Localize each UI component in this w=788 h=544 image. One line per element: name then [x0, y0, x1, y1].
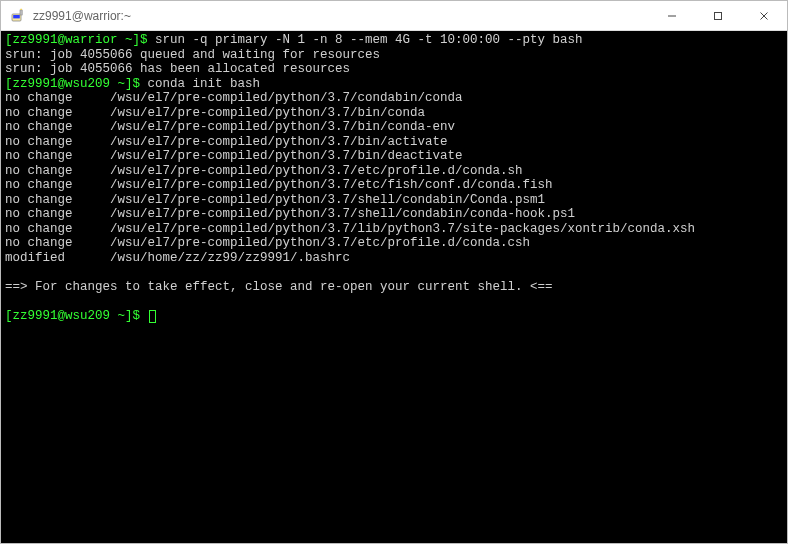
- output-line: no change /wsu/el7/pre-compiled/python/3…: [5, 106, 425, 120]
- close-button[interactable]: [741, 1, 787, 31]
- window-title: zz9991@warrior:~: [33, 9, 131, 23]
- output-line: no change /wsu/el7/pre-compiled/python/3…: [5, 164, 523, 178]
- output-line: no change /wsu/el7/pre-compiled/python/3…: [5, 178, 553, 192]
- svg-rect-5: [715, 12, 722, 19]
- output-line: no change /wsu/el7/pre-compiled/python/3…: [5, 236, 530, 250]
- output-line: srun: job 4055066 queued and waiting for…: [5, 48, 380, 62]
- output-line: no change /wsu/el7/pre-compiled/python/3…: [5, 149, 463, 163]
- output-line: srun: job 4055066 has been allocated res…: [5, 62, 350, 76]
- output-line: ==> For changes to take effect, close an…: [5, 280, 553, 294]
- minimize-button[interactable]: [649, 1, 695, 31]
- cursor: [149, 310, 156, 323]
- output-line: no change /wsu/el7/pre-compiled/python/3…: [5, 135, 448, 149]
- app-window: zz9991@warrior:~ [zz9991@warrior ~]$ sru…: [0, 0, 788, 544]
- prompt-line: [zz9991@warrior ~]$: [5, 33, 155, 47]
- output-line: modified /wsu/home/zz/zz99/zz9991/.bashr…: [5, 251, 350, 265]
- output-line: no change /wsu/el7/pre-compiled/python/3…: [5, 120, 455, 134]
- titlebar[interactable]: zz9991@warrior:~: [1, 1, 787, 31]
- output-line: no change /wsu/el7/pre-compiled/python/3…: [5, 222, 695, 236]
- output-line: no change /wsu/el7/pre-compiled/python/3…: [5, 193, 545, 207]
- prompt-line: [zz9991@wsu209 ~]$: [5, 309, 148, 323]
- output-line: no change /wsu/el7/pre-compiled/python/3…: [5, 207, 575, 221]
- command-text: conda init bash: [148, 77, 261, 91]
- prompt-line: [zz9991@wsu209 ~]$: [5, 77, 148, 91]
- terminal-area[interactable]: [zz9991@warrior ~]$ srun -q primary -N 1…: [1, 31, 787, 543]
- output-line: no change /wsu/el7/pre-compiled/python/3…: [5, 91, 463, 105]
- svg-rect-2: [20, 10, 22, 15]
- command-text: srun -q primary -N 1 -n 8 --mem 4G -t 10…: [155, 33, 583, 47]
- putty-icon: [9, 7, 27, 25]
- maximize-button[interactable]: [695, 1, 741, 31]
- svg-rect-1: [13, 15, 20, 18]
